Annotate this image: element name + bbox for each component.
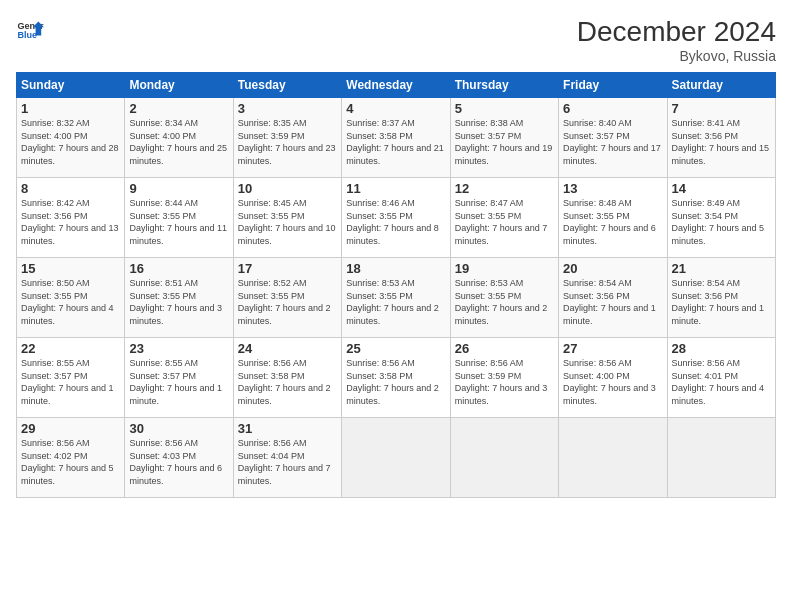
calendar-day-25: 25 Sunrise: 8:56 AMSunset: 3:58 PMDaylig…	[342, 338, 450, 418]
col-sunday: Sunday	[17, 73, 125, 98]
calendar-day-4: 4 Sunrise: 8:37 AMSunset: 3:58 PMDayligh…	[342, 98, 450, 178]
calendar-day-31: 31 Sunrise: 8:56 AMSunset: 4:04 PMDaylig…	[233, 418, 341, 498]
calendar-day-7: 7 Sunrise: 8:41 AMSunset: 3:56 PMDayligh…	[667, 98, 775, 178]
day-number: 31	[238, 421, 337, 436]
calendar-day-28: 28 Sunrise: 8:56 AMSunset: 4:01 PMDaylig…	[667, 338, 775, 418]
col-saturday: Saturday	[667, 73, 775, 98]
day-number: 17	[238, 261, 337, 276]
day-info: Sunrise: 8:47 AMSunset: 3:55 PMDaylight:…	[455, 197, 554, 247]
day-number: 19	[455, 261, 554, 276]
day-info: Sunrise: 8:45 AMSunset: 3:55 PMDaylight:…	[238, 197, 337, 247]
calendar-day-12: 12 Sunrise: 8:47 AMSunset: 3:55 PMDaylig…	[450, 178, 558, 258]
col-friday: Friday	[559, 73, 667, 98]
day-number: 24	[238, 341, 337, 356]
calendar-day-26: 26 Sunrise: 8:56 AMSunset: 3:59 PMDaylig…	[450, 338, 558, 418]
calendar-week-2: 8 Sunrise: 8:42 AMSunset: 3:56 PMDayligh…	[17, 178, 776, 258]
calendar-week-3: 15 Sunrise: 8:50 AMSunset: 3:55 PMDaylig…	[17, 258, 776, 338]
title-block: December 2024 Bykovo, Russia	[577, 16, 776, 64]
calendar-day-13: 13 Sunrise: 8:48 AMSunset: 3:55 PMDaylig…	[559, 178, 667, 258]
calendar-day-14: 14 Sunrise: 8:49 AMSunset: 3:54 PMDaylig…	[667, 178, 775, 258]
calendar-day-9: 9 Sunrise: 8:44 AMSunset: 3:55 PMDayligh…	[125, 178, 233, 258]
calendar-day-21: 21 Sunrise: 8:54 AMSunset: 3:56 PMDaylig…	[667, 258, 775, 338]
col-thursday: Thursday	[450, 73, 558, 98]
day-number: 28	[672, 341, 771, 356]
calendar-day-3: 3 Sunrise: 8:35 AMSunset: 3:59 PMDayligh…	[233, 98, 341, 178]
logo-icon: General Blue	[16, 16, 44, 44]
day-number: 18	[346, 261, 445, 276]
day-info: Sunrise: 8:56 AMSunset: 4:01 PMDaylight:…	[672, 357, 771, 407]
day-info: Sunrise: 8:56 AMSunset: 4:00 PMDaylight:…	[563, 357, 662, 407]
day-info: Sunrise: 8:56 AMSunset: 3:58 PMDaylight:…	[346, 357, 445, 407]
day-number: 7	[672, 101, 771, 116]
day-info: Sunrise: 8:46 AMSunset: 3:55 PMDaylight:…	[346, 197, 445, 247]
calendar-day-29: 29 Sunrise: 8:56 AMSunset: 4:02 PMDaylig…	[17, 418, 125, 498]
col-tuesday: Tuesday	[233, 73, 341, 98]
day-info: Sunrise: 8:49 AMSunset: 3:54 PMDaylight:…	[672, 197, 771, 247]
calendar-day-10: 10 Sunrise: 8:45 AMSunset: 3:55 PMDaylig…	[233, 178, 341, 258]
day-info: Sunrise: 8:55 AMSunset: 3:57 PMDaylight:…	[129, 357, 228, 407]
col-wednesday: Wednesday	[342, 73, 450, 98]
col-monday: Monday	[125, 73, 233, 98]
day-number: 6	[563, 101, 662, 116]
day-info: Sunrise: 8:40 AMSunset: 3:57 PMDaylight:…	[563, 117, 662, 167]
calendar-day-24: 24 Sunrise: 8:56 AMSunset: 3:58 PMDaylig…	[233, 338, 341, 418]
calendar-day-27: 27 Sunrise: 8:56 AMSunset: 4:00 PMDaylig…	[559, 338, 667, 418]
day-info: Sunrise: 8:32 AMSunset: 4:00 PMDaylight:…	[21, 117, 120, 167]
logo: General Blue	[16, 16, 44, 44]
calendar-week-5: 29 Sunrise: 8:56 AMSunset: 4:02 PMDaylig…	[17, 418, 776, 498]
location-subtitle: Bykovo, Russia	[577, 48, 776, 64]
calendar-empty-cell	[342, 418, 450, 498]
calendar-header-row: Sunday Monday Tuesday Wednesday Thursday…	[17, 73, 776, 98]
day-number: 29	[21, 421, 120, 436]
calendar-day-5: 5 Sunrise: 8:38 AMSunset: 3:57 PMDayligh…	[450, 98, 558, 178]
day-info: Sunrise: 8:56 AMSunset: 4:04 PMDaylight:…	[238, 437, 337, 487]
calendar-day-18: 18 Sunrise: 8:53 AMSunset: 3:55 PMDaylig…	[342, 258, 450, 338]
calendar-week-1: 1 Sunrise: 8:32 AMSunset: 4:00 PMDayligh…	[17, 98, 776, 178]
day-number: 13	[563, 181, 662, 196]
calendar-week-4: 22 Sunrise: 8:55 AMSunset: 3:57 PMDaylig…	[17, 338, 776, 418]
svg-text:Blue: Blue	[17, 30, 37, 40]
calendar-day-20: 20 Sunrise: 8:54 AMSunset: 3:56 PMDaylig…	[559, 258, 667, 338]
day-number: 30	[129, 421, 228, 436]
day-number: 11	[346, 181, 445, 196]
calendar-empty-cell	[559, 418, 667, 498]
day-info: Sunrise: 8:54 AMSunset: 3:56 PMDaylight:…	[563, 277, 662, 327]
day-info: Sunrise: 8:38 AMSunset: 3:57 PMDaylight:…	[455, 117, 554, 167]
day-info: Sunrise: 8:53 AMSunset: 3:55 PMDaylight:…	[346, 277, 445, 327]
calendar-day-8: 8 Sunrise: 8:42 AMSunset: 3:56 PMDayligh…	[17, 178, 125, 258]
day-info: Sunrise: 8:44 AMSunset: 3:55 PMDaylight:…	[129, 197, 228, 247]
calendar-day-16: 16 Sunrise: 8:51 AMSunset: 3:55 PMDaylig…	[125, 258, 233, 338]
day-info: Sunrise: 8:37 AMSunset: 3:58 PMDaylight:…	[346, 117, 445, 167]
day-number: 9	[129, 181, 228, 196]
day-info: Sunrise: 8:42 AMSunset: 3:56 PMDaylight:…	[21, 197, 120, 247]
day-info: Sunrise: 8:50 AMSunset: 3:55 PMDaylight:…	[21, 277, 120, 327]
day-info: Sunrise: 8:56 AMSunset: 4:03 PMDaylight:…	[129, 437, 228, 487]
day-number: 25	[346, 341, 445, 356]
calendar-empty-cell	[667, 418, 775, 498]
header: General Blue December 2024 Bykovo, Russi…	[16, 16, 776, 64]
day-number: 22	[21, 341, 120, 356]
calendar-day-19: 19 Sunrise: 8:53 AMSunset: 3:55 PMDaylig…	[450, 258, 558, 338]
calendar-day-22: 22 Sunrise: 8:55 AMSunset: 3:57 PMDaylig…	[17, 338, 125, 418]
day-number: 2	[129, 101, 228, 116]
day-number: 12	[455, 181, 554, 196]
day-info: Sunrise: 8:55 AMSunset: 3:57 PMDaylight:…	[21, 357, 120, 407]
day-info: Sunrise: 8:56 AMSunset: 4:02 PMDaylight:…	[21, 437, 120, 487]
calendar-day-2: 2 Sunrise: 8:34 AMSunset: 4:00 PMDayligh…	[125, 98, 233, 178]
calendar-day-17: 17 Sunrise: 8:52 AMSunset: 3:55 PMDaylig…	[233, 258, 341, 338]
day-info: Sunrise: 8:51 AMSunset: 3:55 PMDaylight:…	[129, 277, 228, 327]
day-number: 15	[21, 261, 120, 276]
day-number: 10	[238, 181, 337, 196]
calendar-day-1: 1 Sunrise: 8:32 AMSunset: 4:00 PMDayligh…	[17, 98, 125, 178]
page-container: General Blue December 2024 Bykovo, Russi…	[0, 0, 792, 506]
calendar-day-30: 30 Sunrise: 8:56 AMSunset: 4:03 PMDaylig…	[125, 418, 233, 498]
day-number: 16	[129, 261, 228, 276]
calendar-day-23: 23 Sunrise: 8:55 AMSunset: 3:57 PMDaylig…	[125, 338, 233, 418]
day-info: Sunrise: 8:52 AMSunset: 3:55 PMDaylight:…	[238, 277, 337, 327]
day-info: Sunrise: 8:41 AMSunset: 3:56 PMDaylight:…	[672, 117, 771, 167]
day-info: Sunrise: 8:48 AMSunset: 3:55 PMDaylight:…	[563, 197, 662, 247]
day-number: 27	[563, 341, 662, 356]
day-number: 5	[455, 101, 554, 116]
day-info: Sunrise: 8:56 AMSunset: 3:59 PMDaylight:…	[455, 357, 554, 407]
day-number: 23	[129, 341, 228, 356]
